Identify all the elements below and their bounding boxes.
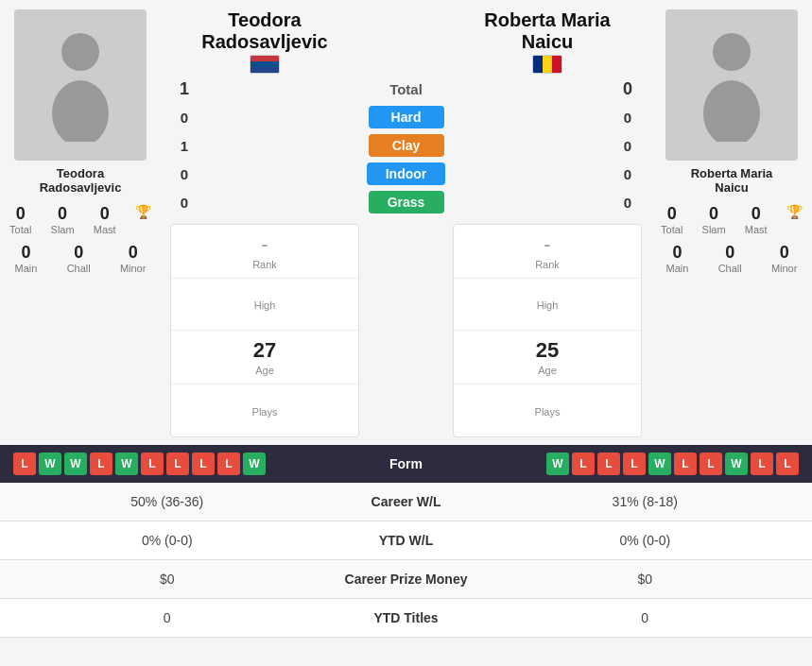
form-badge-l: L [166,453,189,475]
right-player-name: Roberta Maria Naicu [691,166,773,195]
form-badge-l: L [623,453,646,475]
left-high-cell: High [171,279,358,331]
titles-label: YTD Titles [321,610,492,625]
right-minor-score: 0 Minor [766,239,803,278]
left-avatar [14,9,147,161]
right-chall-score: 0 Chall [713,239,748,278]
hard-score-right: 0 [613,110,642,126]
form-badge-l: L [90,453,112,475]
hard-surface-row: 0 Hard 0 [161,103,651,131]
total-label: Total [199,81,613,97]
svg-point-0 [61,33,99,71]
left-rank-cell: - Rank [171,225,358,279]
right-age-cell: 25 Age [454,331,641,384]
form-badge-w: W [115,453,138,475]
grass-score-left: 0 [170,195,199,211]
form-badge-l: L [597,453,620,475]
right-high-cell: High [454,279,641,331]
left-mast-score: 0 Mast [88,200,122,239]
right-flag-container [453,55,642,74]
form-badge-w: W [39,453,61,475]
total-score-right: 0 [613,79,642,99]
right-total-score: 0 Total [655,200,688,239]
grass-surface-row: 0 Grass 0 [161,188,651,216]
player-right-panel: Roberta Maria Naicu 0 Total 0 Slam 0 Mas… [651,9,812,437]
indoor-surface-row: 0 Indoor 0 [161,160,651,188]
right-name-header: Roberta Maria Naicu [453,9,642,53]
romania-flag [532,55,562,74]
form-label: Form [369,456,444,471]
right-ytd-wl: 0% (0-0) [492,533,800,548]
prize-label: Career Prize Money [321,572,492,587]
player-names-row: Teodora Radosavljevic Roberta Maria Naic… [161,9,651,53]
right-mast-score: 0 Mast [739,200,773,239]
left-career-wl: 50% (36-36) [13,494,321,509]
form-badge-w: W [725,453,748,475]
form-badge-w: W [64,453,87,475]
clay-score-left: 1 [170,138,199,154]
left-plays-cell: Plays [171,384,358,436]
career-wl-label: Career W/L [321,494,492,509]
form-badge-l: L [572,453,595,475]
ytd-wl-label: YTD W/L [321,533,492,548]
indoor-score-left: 0 [170,166,199,182]
grass-score-right: 0 [613,195,642,211]
svg-point-1 [52,80,109,142]
right-rank-cell: - Rank [454,225,641,279]
indoor-button: Indoor [367,162,446,185]
total-scores-row: 1 Total 0 [161,76,651,103]
form-badge-w: W [546,453,569,475]
left-age-cell: 27 Age [171,331,358,384]
left-player-name: Teodora Radosavljevic [40,166,122,195]
form-badge-l: L [700,453,722,475]
right-player-scores: 0 Total 0 Slam 0 Mast 🏆 0 Main [651,200,812,278]
svg-point-2 [713,33,751,71]
form-badge-l: L [776,453,799,475]
form-badge-w: W [648,453,671,475]
right-plays-cell: Plays [454,384,641,436]
career-wl-row: 50% (36-36) Career W/L 31% (8-18) [0,483,812,521]
hard-button: Hard [369,106,444,128]
form-badge-w: W [243,453,266,475]
clay-surface-row: 1 Clay 0 [161,131,651,160]
serbia-flag [250,55,280,74]
form-badge-l: L [217,453,240,475]
left-total-score: 0 Total [4,200,37,239]
left-trophy: 🏆 [130,200,157,239]
center-column: Teodora Radosavljevic Roberta Maria Naic… [161,9,651,437]
left-prize: $0 [13,572,321,587]
clay-score-right: 0 [613,138,642,154]
right-slam-score: 0 Slam [697,200,732,239]
left-player-scores: 0 Total 0 Slam 0 Mast 🏆 0 Main [0,200,161,278]
form-section: LWWLWLLLLW Form WLLLWLLWLL [0,445,812,483]
left-ytd-wl: 0% (0-0) [13,533,321,548]
right-form-badges: WLLLWLLWLL [444,453,800,475]
clay-button: Clay [369,134,444,157]
right-titles: 0 [492,610,800,625]
center-spacer [367,224,445,437]
left-form-badges: LWWLWLLLLW [13,453,369,475]
left-main-score: 0 Main [9,239,43,278]
form-badge-l: L [13,453,36,475]
flags-row [161,53,651,76]
grass-button: Grass [369,191,444,213]
right-avatar [665,9,798,161]
left-slam-score: 0 Slam [45,200,80,239]
right-career-wl: 31% (8-18) [492,494,800,509]
right-stats-card: - Rank High 25 Age Plays [453,224,642,437]
main-container: Teodora Radosavljevic 0 Total 0 Slam 0 M… [0,0,812,666]
form-badge-l: L [192,453,215,475]
right-prize: $0 [492,572,800,587]
left-titles: 0 [13,610,321,625]
left-flag-container [170,55,359,74]
left-minor-score: 0 Minor [114,239,152,278]
player-left-panel: Teodora Radosavljevic 0 Total 0 Slam 0 M… [0,9,161,437]
left-chall-score: 0 Chall [61,239,96,278]
svg-point-3 [703,80,760,142]
left-stats-card: - Rank High 27 Age Plays [170,224,359,437]
total-score-left: 1 [170,79,199,99]
right-trophy: 🏆 [781,200,808,239]
titles-row: 0 YTD Titles 0 [0,599,812,638]
left-name-header: Teodora Radosavljevic [170,9,359,53]
stats-cards-row: - Rank High 27 Age Plays [170,224,642,437]
